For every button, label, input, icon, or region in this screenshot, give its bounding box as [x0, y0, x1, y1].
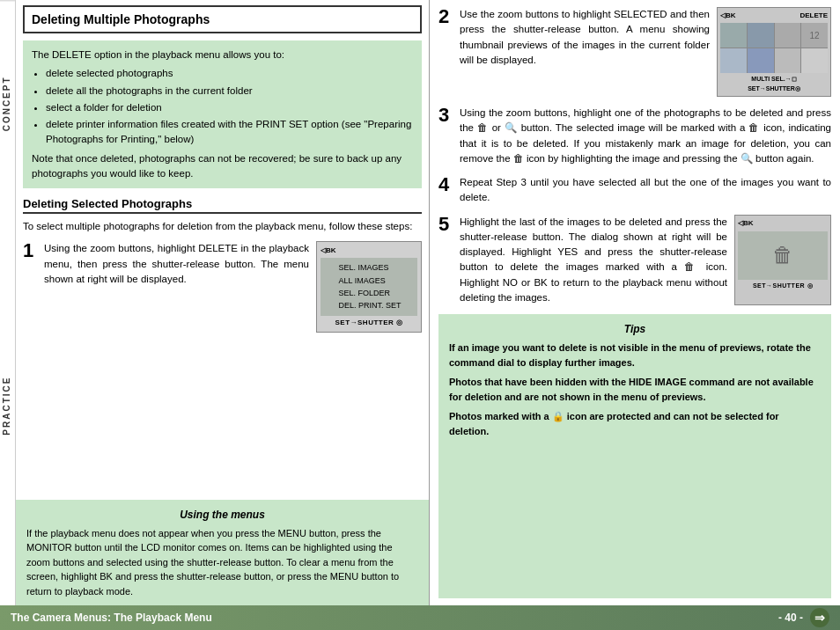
step-1-content: Using the zoom buttons, highlight DELETE… — [44, 241, 422, 333]
step-2: 2 Use the zoom buttons to highlight SELE… — [438, 7, 831, 97]
ds2-footer: MULTI SEL.→◻ SET→SHUTTER◎ — [720, 75, 828, 93]
bullet-2: delete all the photographs in the curren… — [46, 84, 413, 99]
step-2-number: 2 — [438, 7, 454, 26]
ds5-footer: SET→SHUTTER ◎ — [738, 282, 828, 291]
screen-1-body: SEL. IMAGES ALL IMAGES SEL. FOLDER DEL. … — [321, 258, 417, 316]
screen-1-menu: SEL. IMAGES ALL IMAGES SEL. FOLDER DEL. … — [336, 261, 401, 312]
step-4-number: 4 — [438, 175, 454, 194]
ds5-body: 🗑 — [738, 231, 828, 280]
left-column: Deleting Multiple Photographs The DELETE… — [16, 0, 430, 605]
tip-2-bold: Photos that have been hidden with the HI… — [449, 377, 814, 402]
practice-label: PRACTICE — [0, 207, 15, 605]
step-1-text: Using the zoom buttons, highlight DELETE… — [44, 241, 309, 287]
footer-bar: The Camera Menus: The Playback Menu - 40… — [0, 605, 840, 630]
menu-item-1: SEL. IMAGES — [336, 261, 401, 274]
right-column: 2 Use the zoom buttons to highlight SELE… — [430, 0, 840, 605]
tip-text: If the playback menu does not appear whe… — [26, 526, 418, 599]
ds2-footer2: SET→SHUTTER◎ — [720, 84, 828, 94]
step-2-text: Use the zoom buttons to highlight SELECT… — [460, 7, 710, 97]
side-labels: CONCEPT PRACTICE — [0, 0, 16, 605]
ds2-delete: DELETE — [799, 11, 828, 21]
step-5-with-image: Highlight the last of the images to be d… — [460, 215, 831, 306]
tips-box: Tips If an image you want to delete is n… — [438, 314, 831, 598]
concept-box: The DELETE option in the playback menu a… — [23, 40, 422, 188]
concept-bullets: delete selected photographs delete all t… — [46, 66, 413, 147]
ds2-back: ◁BK — [720, 11, 736, 21]
footer-page-number: - 40 - — [778, 612, 803, 624]
thumb-4: 12 — [801, 23, 828, 48]
screen-1-back: ◁BK — [321, 245, 336, 256]
step-5-number: 5 — [438, 215, 454, 234]
ds5-back: ◁BK — [738, 218, 754, 229]
screen-1-header: ◁BK — [321, 245, 417, 256]
step-1: 1 Using the zoom buttons, highlight DELE… — [23, 241, 422, 333]
step-4: 4 Repeat Step 3 until you have selected … — [438, 175, 831, 206]
step-5-content: Highlight the last of the images to be d… — [460, 215, 831, 306]
tip-3-bold: Photos marked with a 🔒 icon are protecte… — [449, 411, 779, 436]
tip-1: If an image you want to delete is not vi… — [449, 341, 821, 370]
thumb-3 — [775, 23, 801, 48]
step-2-content: Use the zoom buttons to highlight SELECT… — [460, 7, 831, 97]
section2-title: Deleting Selected Photographs — [23, 197, 422, 214]
thumb-1 — [720, 23, 747, 48]
footer-arrow-icon[interactable]: ⇒ — [810, 608, 829, 627]
step-1-with-image: Using the zoom buttons, highlight DELETE… — [44, 241, 422, 333]
concept-label: CONCEPT — [0, 0, 15, 207]
footer-right: - 40 - ⇒ — [778, 608, 829, 627]
menu-item-4: DEL. PRINT. SET — [336, 299, 401, 311]
delete-screen-2: ◁BK DELETE 12 — [717, 7, 831, 97]
step-3-text: Using the zoom buttons, highlight one of… — [460, 106, 831, 166]
section1-title: Deleting Multiple Photographs — [23, 5, 422, 33]
step-3-number: 3 — [438, 106, 454, 125]
bullet-3: select a folder for deletion — [46, 100, 413, 115]
thumb-8 — [801, 48, 828, 73]
concept-intro: The DELETE option in the playback menu a… — [32, 48, 413, 62]
practice-intro: To select multiple photographs for delet… — [23, 219, 422, 234]
practice-section: Deleting Selected Photographs To select … — [16, 194, 429, 343]
menu-item-3: SEL. FOLDER — [336, 287, 401, 299]
thumb-5 — [720, 48, 747, 73]
thumb-6 — [748, 48, 774, 73]
ds5-header: ◁BK — [738, 218, 828, 229]
thumb-2 — [748, 23, 774, 48]
step-1-number: 1 — [23, 241, 39, 333]
bullet-1: delete selected photographs — [46, 66, 413, 81]
ds2-header: ◁BK DELETE — [720, 11, 828, 21]
tip-3: Photos marked with a 🔒 icon are protecte… — [449, 409, 821, 438]
tip-title: Using the menus — [26, 507, 418, 523]
trash-icon: 🗑 — [772, 239, 793, 271]
thumb-7 — [775, 48, 801, 73]
step-4-text: Repeat Step 3 until you have selected al… — [460, 175, 831, 206]
footer-left-text: The Camera Menus: The Playback Menu — [11, 612, 212, 624]
screen-1-footer: SET→SHUTTER ◎ — [321, 318, 417, 328]
tip-box: Using the menus If the playback menu doe… — [16, 500, 430, 606]
tip-2: Photos that have been hidden with the HI… — [449, 375, 821, 404]
tip-1-bold: If an image you want to delete is not vi… — [449, 342, 811, 368]
ds2-footer1: MULTI SEL.→◻ — [720, 75, 828, 84]
camera-screen-1: ◁BK SEL. IMAGES ALL IMAGES SEL. FOLDER D… — [316, 241, 422, 333]
bullet-4: delete printer information files created… — [46, 117, 413, 148]
step-3: 3 Using the zoom buttons, highlight one … — [438, 106, 831, 166]
thumbnails-grid: 12 — [720, 23, 828, 73]
tips-title: Tips — [449, 321, 821, 337]
menu-item-2: ALL IMAGES — [336, 275, 401, 287]
step-5: 5 Highlight the last of the images to be… — [438, 215, 831, 306]
step-2-with-image: Use the zoom buttons to highlight SELECT… — [460, 7, 831, 97]
step-5-text: Highlight the last of the images to be d… — [460, 215, 727, 306]
delete-screen-5: ◁BK 🗑 SET→SHUTTER ◎ — [734, 215, 831, 306]
concept-note: Note that once deleted, photographs can … — [32, 151, 413, 182]
